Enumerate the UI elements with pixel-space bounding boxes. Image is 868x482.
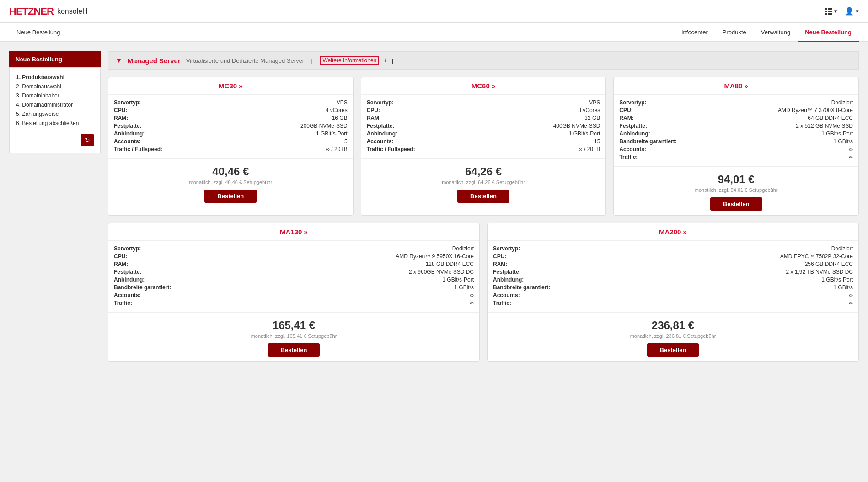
card-mc30: MC30 »Servertyp:VPSCPU:4 vCoresRAM:16 GB… — [108, 77, 354, 216]
spec-label: RAM: — [114, 115, 128, 121]
spec-row: CPU:4 vCores — [114, 107, 348, 114]
sidebar-step-2: 2. Domainauswahl — [16, 83, 94, 90]
user-menu-button[interactable]: 👤 ▾ — [845, 7, 859, 16]
spec-label: Traffic / Fullspeed: — [114, 146, 162, 152]
spec-value: 400GB NVMe-SSD — [553, 123, 600, 129]
spec-label: CPU: — [367, 107, 380, 114]
spec-label: Anbindung: — [367, 130, 397, 137]
managed-server-title: Managed Server — [128, 57, 181, 65]
card-ma80-price-note: monatlich, zzgl. 94,01 € Setupgebühr — [619, 187, 853, 193]
card-ma130-order-button[interactable]: Bestellen — [268, 343, 320, 357]
hetzner-logo: HETZNER — [9, 5, 54, 17]
nav-item-verwaltung[interactable]: Verwaltung — [754, 23, 798, 42]
spec-value: ∞ — [470, 292, 474, 298]
card-ma200-price-note: monatlich, zzgl. 236,81 € Setupgebühr — [493, 333, 853, 339]
managed-server-subtitle: Virtualisierte und Dedizierte Managed Se… — [186, 57, 304, 64]
managed-server-header: ▼ Managed Server Virtualisierte und Dedi… — [108, 51, 859, 70]
nav-item-produkte[interactable]: Produkte — [715, 23, 754, 42]
spec-label: Servertyp: — [114, 99, 141, 106]
sidebar: Neue Bestellung 1. Produktauswahl 2. Dom… — [9, 51, 101, 473]
further-information-link[interactable]: Weitere Informationen — [320, 56, 379, 65]
sidebar-step-4: 4. Domainadministrator — [16, 102, 94, 108]
grid-menu-button[interactable]: ▾ — [825, 8, 837, 15]
spec-row: Bandbreite garantiert:1 GBit/s — [493, 284, 853, 291]
spec-value: 64 GB DDR4 ECC — [808, 115, 853, 121]
spec-label: CPU: — [114, 253, 127, 260]
spec-value: 15 — [594, 138, 600, 145]
spec-value: ∞ — [849, 300, 853, 306]
spec-row: Festplatte:400GB NVMe-SSD — [367, 123, 600, 129]
main-container: Neue Bestellung 1. Produktauswahl 2. Dom… — [0, 42, 868, 482]
card-ma130-title[interactable]: MA130 » — [108, 223, 479, 241]
card-ma200-price: 236,81 € — [493, 319, 853, 332]
spec-row: Traffic / Fullspeed:∞ / 20TB — [367, 146, 600, 152]
card-ma200-title[interactable]: MA200 » — [488, 223, 858, 241]
card-mc60-price-note: monatlich, zzgl. 64,26 € Setupgebühr — [367, 179, 600, 185]
spec-label: Traffic: — [493, 300, 511, 306]
spec-value: 256 GB DDR4 ECC — [805, 261, 853, 267]
card-ma130-specs: Servertyp:DediziertCPU:AMD Ryzen™ 9 5950… — [108, 241, 479, 312]
cards-row-1: MC30 »Servertyp:VPSCPU:4 vCoresRAM:16 GB… — [108, 77, 859, 216]
spec-label: Anbindung: — [114, 130, 145, 137]
card-mc60-specs: Servertyp:VPSCPU:8 vCoresRAM:32 GBFestpl… — [361, 95, 606, 158]
card-ma200-price-section: 236,81 €monatlich, zzgl. 236,81 € Setupg… — [488, 312, 858, 361]
spec-value: VPS — [589, 99, 600, 106]
card-ma80: MA80 »Servertyp:DediziertCPU:AMD Ryzen™ … — [613, 77, 859, 216]
spec-row: Accounts:∞ — [114, 292, 474, 298]
card-ma80-title[interactable]: MA80 » — [614, 77, 858, 95]
spec-value: 1 GBit/s-Port — [316, 130, 348, 137]
spec-row: RAM:256 GB DDR4 ECC — [493, 261, 853, 267]
spec-value: 32 GB — [584, 115, 600, 121]
logo-area: HETZNER konsoleH — [9, 5, 88, 17]
spec-label: Bandbreite garantiert: — [619, 138, 676, 145]
spec-label: Anbindung: — [619, 130, 650, 137]
spec-value: 1 GBit/s-Port — [821, 130, 853, 137]
spec-value: 16 GB — [332, 115, 348, 121]
more-info-bracket-close: ] — [391, 57, 393, 64]
nav-item-neue-bestellung-left[interactable]: Neue Bestellung — [9, 23, 67, 42]
spec-label: Festplatte: — [367, 123, 395, 129]
spec-row: Servertyp:Dediziert — [493, 245, 853, 252]
nav-item-neue-bestellung-right[interactable]: Neue Bestellung — [798, 23, 859, 42]
spec-row: Festplatte:2 x 512 GB NVMe SSD — [619, 123, 853, 129]
card-mc60-title[interactable]: MC60 » — [361, 77, 606, 95]
spec-value: ∞ / 20TB — [326, 146, 347, 152]
spec-value: 200GB NVMe-SSD — [300, 123, 348, 129]
sidebar-content: 1. Produktauswahl 2. Domainauswahl 3. Do… — [9, 67, 101, 153]
spec-value: 1 GBit/s-Port — [821, 276, 853, 283]
spec-label: CPU: — [114, 107, 127, 114]
card-ma130-price: 165,41 € — [114, 319, 474, 332]
sidebar-title: Neue Bestellung — [9, 51, 101, 67]
grid-icon — [825, 8, 832, 15]
card-ma200-order-button[interactable]: Bestellen — [647, 343, 699, 357]
card-mc30-title[interactable]: MC30 » — [108, 77, 353, 95]
spec-row: RAM:32 GB — [367, 115, 600, 121]
nav-item-infocenter[interactable]: Infocenter — [674, 23, 715, 42]
spec-row: Servertyp:VPS — [367, 99, 600, 106]
spec-label: RAM: — [493, 261, 507, 267]
spec-row: Traffic / Fullspeed:∞ / 20TB — [114, 146, 348, 152]
card-mc30-order-button[interactable]: Bestellen — [204, 190, 257, 203]
spec-row: Accounts:∞ — [493, 292, 853, 298]
spec-label: Accounts: — [114, 292, 141, 298]
spec-row: Festplatte:2 x 960GB NVMe SSD DC — [114, 269, 474, 275]
spec-row: RAM:128 GB DDR4 ECC — [114, 261, 474, 267]
card-mc60-order-button[interactable]: Bestellen — [457, 190, 509, 203]
card-mc30-price: 40,46 € — [114, 165, 348, 178]
spec-label: Anbindung: — [493, 276, 524, 283]
spec-label: Traffic: — [114, 300, 132, 306]
spec-row: CPU:8 vCores — [367, 107, 600, 114]
more-info-bracket: [ — [310, 57, 313, 64]
card-mc30-price-note: monatlich, zzgl. 40,46 € Setupgebühr — [114, 179, 348, 185]
card-ma80-order-button[interactable]: Bestellen — [710, 197, 762, 211]
card-ma200-specs: Servertyp:DediziertCPU:AMD EPYC™ 7502P 3… — [488, 241, 858, 312]
spec-row: Anbindung:1 GBit/s-Port — [619, 130, 853, 137]
collapse-chevron[interactable]: ▼ — [116, 57, 122, 64]
spec-row: CPU:AMD EPYC™ 7502P 32-Core — [493, 253, 853, 260]
spec-row: Festplatte:2 x 1,92 TB NVMe SSD DC — [493, 269, 853, 275]
spec-value: ∞ / 20TB — [579, 146, 600, 152]
spec-label: Accounts: — [114, 138, 141, 145]
refresh-button[interactable]: ↻ — [81, 134, 94, 146]
sidebar-step-3: 3. Domaininhaber — [16, 92, 94, 99]
spec-label: Festplatte: — [619, 123, 647, 129]
